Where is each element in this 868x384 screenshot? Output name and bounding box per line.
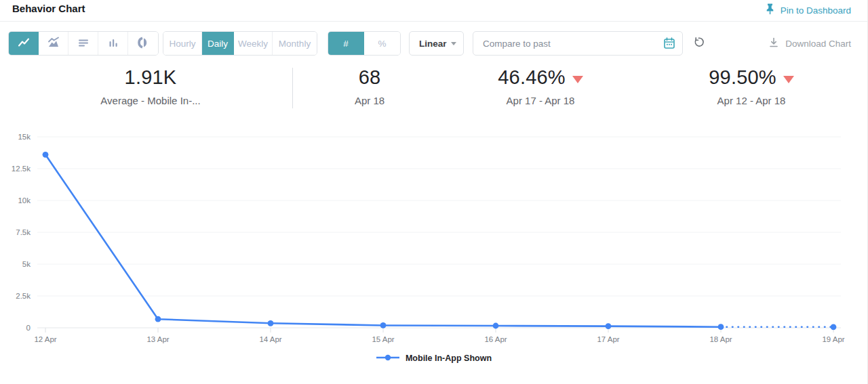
stat-latest: 68 Apr 18 bbox=[302, 66, 437, 106]
svg-text:16 Apr: 16 Apr bbox=[484, 335, 507, 343]
download-chart-button[interactable]: Download Chart bbox=[768, 31, 851, 56]
svg-text:17 Apr: 17 Apr bbox=[597, 335, 619, 343]
download-label: Download Chart bbox=[785, 39, 851, 49]
chart-type-segmented-control bbox=[8, 31, 159, 56]
chart-type-bar-button[interactable] bbox=[98, 32, 128, 55]
svg-text:15 Apr: 15 Apr bbox=[372, 335, 394, 343]
page-title: Behavior Chart bbox=[12, 3, 85, 14]
svg-text:18 Apr: 18 Apr bbox=[709, 335, 732, 343]
scale-select-value: Linear bbox=[419, 39, 447, 49]
svg-text:5k: 5k bbox=[22, 260, 31, 268]
stat-change-1d: 46.46% Apr 17 - Apr 18 bbox=[466, 66, 615, 106]
svg-text:13 Apr: 13 Apr bbox=[146, 335, 169, 343]
trend-down-icon bbox=[572, 76, 583, 83]
granularity-hourly-button[interactable]: Hourly bbox=[163, 32, 202, 55]
stat-average: 1.91K Average - Mobile In-... bbox=[49, 66, 252, 106]
behavior-chart-panel: Behavior Chart Pin to Dashboard bbox=[0, 0, 868, 384]
chart-type-line-button[interactable] bbox=[9, 32, 39, 55]
chart-type-summary-button[interactable] bbox=[68, 32, 98, 55]
stat-change-1d-label: Apr 17 - Apr 18 bbox=[466, 95, 615, 106]
stat-divider bbox=[292, 68, 293, 108]
stat-average-label: Average - Mobile In-... bbox=[49, 95, 252, 106]
granularity-segmented-control: Hourly Daily Weekly Monthly bbox=[163, 31, 317, 56]
scale-select[interactable]: Linear bbox=[409, 31, 464, 56]
reset-comparison-button[interactable] bbox=[686, 31, 711, 56]
chart-type-area-button[interactable] bbox=[39, 32, 68, 55]
pin-label: Pin to Dashboard bbox=[781, 5, 851, 16]
svg-text:14 Apr: 14 Apr bbox=[259, 335, 281, 343]
donut-chart-icon bbox=[137, 37, 149, 51]
calendar-icon[interactable] bbox=[663, 37, 676, 53]
granularity-monthly-button[interactable]: Monthly bbox=[273, 32, 317, 55]
stat-latest-label: Apr 18 bbox=[302, 95, 437, 106]
chart-legend: Mobile In-App Shown bbox=[0, 352, 868, 364]
stat-change-7d-label: Apr 12 - Apr 18 bbox=[677, 95, 826, 106]
value-mode-percent-button[interactable]: % bbox=[364, 32, 400, 55]
pin-icon bbox=[765, 3, 775, 17]
compare-to-past-field bbox=[473, 31, 683, 56]
trend-down-icon bbox=[783, 76, 794, 83]
value-mode-segmented-control: # % bbox=[328, 31, 401, 56]
svg-text:7.5k: 7.5k bbox=[16, 228, 31, 236]
svg-text:12 Apr: 12 Apr bbox=[34, 335, 56, 343]
granularity-weekly-button[interactable]: Weekly bbox=[234, 32, 273, 55]
chart-type-donut-button[interactable] bbox=[128, 32, 158, 55]
legend-label: Mobile In-App Shown bbox=[406, 354, 492, 363]
header-divider bbox=[0, 21, 868, 22]
stat-latest-value: 68 bbox=[359, 66, 381, 89]
summary-lines-icon bbox=[77, 37, 90, 51]
legend-line-marker-icon bbox=[376, 352, 399, 364]
area-chart-icon bbox=[47, 37, 60, 51]
stat-change-7d-value: 99.50% bbox=[709, 66, 776, 89]
reset-icon bbox=[692, 36, 705, 51]
stat-average-value: 1.91K bbox=[125, 66, 177, 89]
svg-text:10k: 10k bbox=[18, 196, 31, 205]
bar-chart-icon bbox=[107, 37, 119, 51]
svg-text:15k: 15k bbox=[18, 133, 31, 141]
download-icon bbox=[768, 37, 779, 50]
svg-text:19 Apr: 19 Apr bbox=[822, 335, 844, 343]
behavior-line-chart[interactable]: 02.5k5k7.5k10k12.5k15k12 Apr13 Apr14 Apr… bbox=[0, 125, 868, 349]
value-mode-number-button[interactable]: # bbox=[328, 32, 364, 55]
granularity-daily-button[interactable]: Daily bbox=[202, 32, 234, 55]
pin-to-dashboard-button[interactable]: Pin to Dashboard bbox=[765, 3, 851, 17]
compare-to-past-input[interactable] bbox=[473, 31, 683, 56]
svg-text:2.5k: 2.5k bbox=[16, 292, 31, 300]
svg-text:12.5k: 12.5k bbox=[12, 165, 31, 173]
chevron-down-icon bbox=[451, 42, 456, 45]
stat-change-7d: 99.50% Apr 12 - Apr 18 bbox=[677, 66, 826, 106]
line-chart-icon bbox=[18, 37, 30, 51]
stat-change-1d-value: 46.46% bbox=[498, 66, 566, 89]
svg-text:0: 0 bbox=[26, 324, 31, 332]
